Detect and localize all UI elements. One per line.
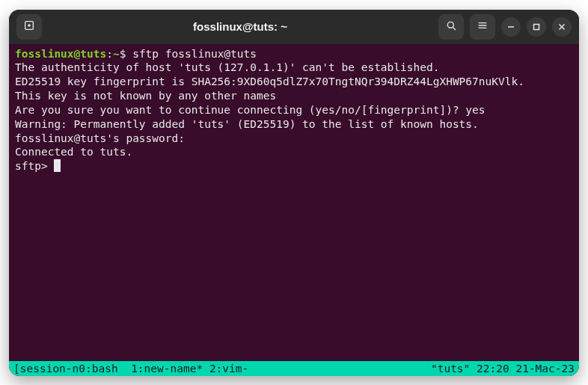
hamburger-icon <box>477 19 489 34</box>
status-right: "tuts" 22:20 21-Mac-23 <box>431 363 575 375</box>
output-line: Warning: Permanently added 'tuts' (ED255… <box>15 118 479 130</box>
new-tab-button[interactable] <box>16 14 42 40</box>
search-icon <box>445 19 457 34</box>
close-button[interactable] <box>552 17 572 37</box>
output-line: The authenticity of host 'tuts (127.0.1.… <box>15 61 439 73</box>
window-title: fosslinux@tuts: ~ <box>48 20 432 33</box>
user-input: yes <box>465 104 485 116</box>
minimize-icon <box>507 19 515 34</box>
sftp-prompt: sftp> <box>15 160 54 172</box>
cursor <box>54 159 61 172</box>
minimize-button[interactable] <box>501 17 521 37</box>
output-line: This key is not known by any other names <box>15 90 276 102</box>
terminal-body[interactable]: fosslinux@tuts:~$ sftp fosslinux@tuts Th… <box>9 44 579 361</box>
titlebar: fosslinux@tuts: ~ <box>9 10 579 44</box>
terminal-window: fosslinux@tuts: ~ <box>9 10 579 376</box>
search-button[interactable] <box>438 14 464 40</box>
svg-line-4 <box>453 27 456 29</box>
close-icon <box>558 19 566 34</box>
output-line: fosslinux@tuts's password: <box>15 132 185 144</box>
svg-point-3 <box>447 22 453 28</box>
prompt-dollar: $ <box>120 48 132 60</box>
maximize-icon <box>533 19 540 34</box>
new-tab-icon <box>23 19 35 34</box>
output-line: Connected to tuts. <box>15 146 132 158</box>
maximize-button[interactable] <box>527 17 546 37</box>
prompt-path: ~ <box>113 48 120 60</box>
status-left: [session-n0:bash 1:new-name* 2:vim- <box>13 363 431 375</box>
output-line: ED25519 key fingerprint is SHA256:9XD60q… <box>15 76 524 87</box>
tmux-statusbar: [session-n0:bash 1:new-name* 2:vim- "tut… <box>9 361 579 376</box>
svg-rect-9 <box>534 25 539 30</box>
output-line: Are you sure you want to continue connec… <box>15 104 465 116</box>
command-text: sftp fosslinux@tuts <box>132 48 257 60</box>
prompt-user-host: fosslinux@tuts <box>15 48 106 60</box>
menu-button[interactable] <box>470 14 495 40</box>
prompt-colon: : <box>106 48 113 60</box>
